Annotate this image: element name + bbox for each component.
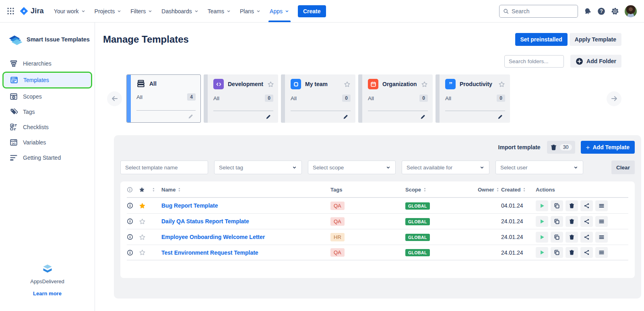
favorite-star[interactable] xyxy=(267,81,274,88)
add-folder-button[interactable]: Add Folder xyxy=(570,55,621,68)
trash-icon xyxy=(550,144,557,151)
run-template-button[interactable] xyxy=(536,216,548,227)
sort-star-button[interactable] xyxy=(151,187,161,192)
settings-button[interactable] xyxy=(611,7,619,15)
filter-user-select[interactable]: Select user xyxy=(495,161,583,174)
delete-template-button[interactable] xyxy=(566,232,578,243)
info-icon[interactable] xyxy=(127,202,133,209)
template-name-link[interactable]: Test Environment Request Template xyxy=(161,249,258,256)
trash-bin-button[interactable]: 30 xyxy=(547,141,575,154)
clear-filters-button[interactable]: Clear xyxy=(611,161,635,174)
folder-card-development[interactable]: Development All 0 xyxy=(204,74,278,123)
share-template-button[interactable] xyxy=(580,200,593,211)
sidebar-menu: Hierarchies Templates Scopes Tags Checkl… xyxy=(0,56,95,165)
column-header-owner[interactable]: Owner xyxy=(478,187,501,193)
sidebar-item-scopes[interactable]: Scopes xyxy=(0,89,95,104)
star-icon xyxy=(139,234,146,241)
more-actions-button[interactable] xyxy=(595,232,608,243)
nav-item-plans[interactable]: Plans xyxy=(235,0,265,22)
delete-template-button[interactable] xyxy=(566,247,578,258)
create-button[interactable]: Create xyxy=(298,5,326,17)
info-icon[interactable] xyxy=(127,218,133,224)
filter-tag-select[interactable]: Select tag xyxy=(214,161,302,174)
share-template-button[interactable] xyxy=(580,247,593,258)
more-actions-button[interactable] xyxy=(595,200,608,211)
learn-more-link[interactable]: Learn more xyxy=(33,290,62,297)
help-button[interactable] xyxy=(597,7,605,15)
tags-icon xyxy=(10,108,18,116)
folder-card-all[interactable]: All All 4 xyxy=(126,74,201,123)
nav-item-projects[interactable]: Projects xyxy=(90,0,126,22)
copy-template-button[interactable] xyxy=(551,200,563,211)
filter-scope-select[interactable]: Select scope xyxy=(308,161,396,174)
jira-logo[interactable]: Jira xyxy=(19,6,44,16)
carousel-prev-button[interactable] xyxy=(107,91,122,106)
search-folders-input[interactable] xyxy=(504,55,564,68)
global-search-input[interactable] xyxy=(512,8,574,14)
column-header-scope[interactable]: Scope xyxy=(405,187,478,193)
carousel-next-button[interactable] xyxy=(607,91,621,106)
copy-template-button[interactable] xyxy=(551,216,563,227)
nav-item-your-work[interactable]: Your work xyxy=(50,0,90,22)
info-icon[interactable] xyxy=(127,249,133,256)
template-name-link[interactable]: Daily QA Status Report Template xyxy=(161,218,249,224)
delete-template-button[interactable] xyxy=(566,200,578,211)
nav-item-teams[interactable]: Teams xyxy=(203,0,235,22)
favorite-star[interactable] xyxy=(139,249,146,256)
user-avatar[interactable] xyxy=(625,5,637,17)
app-switcher-button[interactable] xyxy=(4,5,17,18)
info-icon[interactable] xyxy=(127,234,133,240)
favorite-star[interactable] xyxy=(139,218,146,225)
run-template-button[interactable] xyxy=(536,200,548,211)
tag-badge: QA xyxy=(330,217,345,226)
set-preinstalled-button[interactable]: Set preinstalled xyxy=(515,33,568,46)
column-header-created[interactable]: Created xyxy=(501,187,536,193)
sidebar-item-templates[interactable]: Templates xyxy=(4,73,91,87)
favorite-star[interactable] xyxy=(139,202,146,209)
nav-item-filters[interactable]: Filters xyxy=(126,0,157,22)
favorite-star[interactable] xyxy=(498,81,505,88)
info-icon[interactable] xyxy=(127,187,133,193)
edit-folder-button[interactable] xyxy=(419,113,427,121)
template-name-link[interactable]: Bug Report Template xyxy=(161,202,218,209)
add-template-button[interactable]: + Add Template xyxy=(581,141,635,154)
copy-template-button[interactable] xyxy=(551,232,563,243)
column-header-name[interactable]: Name xyxy=(161,187,330,193)
share-template-button[interactable] xyxy=(580,232,593,243)
template-count-badge: 0 xyxy=(265,95,273,102)
favorite-star[interactable] xyxy=(344,81,351,88)
edit-folder-button[interactable] xyxy=(341,113,350,121)
edit-folder-button[interactable] xyxy=(496,113,504,121)
nav-item-dashboards[interactable]: Dashboards xyxy=(157,0,203,22)
filter-available-for-select[interactable]: Select available for xyxy=(402,161,489,174)
apply-template-button[interactable]: Apply Template xyxy=(570,33,621,46)
copy-template-button[interactable] xyxy=(551,247,563,258)
edit-folder-button[interactable] xyxy=(186,112,195,121)
favorite-star[interactable] xyxy=(421,81,428,88)
sidebar-item-variables[interactable]: Variables xyxy=(0,135,95,150)
sidebar-item-tags[interactable]: Tags xyxy=(0,104,95,119)
edit-folder-button[interactable] xyxy=(264,113,272,121)
star-icon xyxy=(498,81,505,88)
share-template-button[interactable] xyxy=(580,216,593,227)
import-template-link[interactable]: Import template xyxy=(498,144,541,150)
run-template-button[interactable] xyxy=(536,232,548,243)
app-logo-row: Smart Issue Templates xyxy=(0,23,95,56)
more-actions-button[interactable] xyxy=(595,247,608,258)
filter-template-name-input[interactable] xyxy=(120,161,208,174)
favorite-star[interactable] xyxy=(139,234,146,241)
sidebar-item-getting-started[interactable]: Getting Started xyxy=(0,150,95,165)
arrow-left-icon xyxy=(111,95,118,102)
sidebar-item-checklists[interactable]: Checklists xyxy=(0,119,95,135)
template-name-link[interactable]: Employee Onboarding Welcome Letter xyxy=(161,234,265,240)
nav-item-apps[interactable]: Apps xyxy=(265,0,294,22)
notifications-button[interactable] xyxy=(584,7,592,15)
delete-template-button[interactable] xyxy=(566,216,578,227)
folder-card-my-team[interactable]: My team All 0 xyxy=(281,74,355,123)
more-actions-button[interactable] xyxy=(595,216,608,227)
table-row: Bug Report Template QA GLOBAL 04.01.24 xyxy=(127,198,628,213)
run-template-button[interactable] xyxy=(536,247,548,258)
folder-card-organization[interactable]: Organization All 0 xyxy=(358,74,433,123)
sidebar-item-hierarchies[interactable]: Hierarchies xyxy=(0,56,95,71)
folder-card-productivity[interactable]: Productivity All 0 xyxy=(436,74,510,123)
